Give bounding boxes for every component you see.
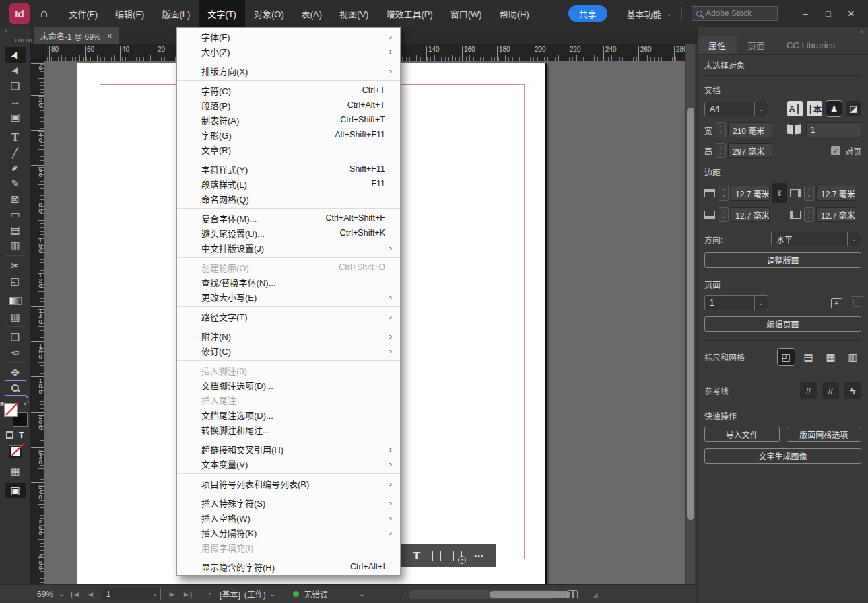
zoom-level-select[interactable]: 69% ⌄	[37, 590, 64, 599]
page-icon[interactable]	[432, 551, 441, 561]
direction-select[interactable]: 水平 ⌄	[771, 232, 861, 246]
margin-top-field[interactable]: 12.7 毫米	[731, 186, 770, 201]
width-field[interactable]: 210 毫米	[728, 122, 772, 137]
type-menu-item-33[interactable]: 转换脚注和尾注...	[177, 422, 400, 437]
margin-left-field[interactable]: 12.7 毫米	[816, 207, 855, 222]
type-menu-item-6[interactable]: 字符(C)Ctrl+T	[177, 83, 400, 98]
stock-search[interactable]	[692, 6, 778, 21]
line-tool[interactable]: ╱	[5, 145, 26, 160]
resize-grip[interactable]: ◢	[593, 591, 598, 598]
type-menu-item-13[interactable]: 段落样式(L)F11	[177, 176, 400, 191]
type-menu-item-27[interactable]: 修订(C)›	[177, 343, 400, 358]
type-menu-item-7[interactable]: 段落(P)Ctrl+Alt+T	[177, 98, 400, 112]
collapse-panel-icon[interactable]: »	[4, 28, 7, 34]
apply-none-swatch[interactable]	[9, 446, 22, 458]
close-tab-icon[interactable]: ✕	[107, 32, 112, 40]
vertical-scrollbar[interactable]	[685, 44, 695, 584]
split-view-icon[interactable]	[567, 590, 578, 598]
last-page-icon[interactable]: ▶❙	[184, 591, 193, 598]
note-tool[interactable]: ❑	[5, 329, 26, 345]
margin-right-stepper[interactable]: ⌃⌄	[804, 186, 814, 201]
layout-grid-options-button[interactable]: 版面网格选项	[787, 427, 862, 442]
menubar-item-1[interactable]: 文件(F)	[60, 0, 106, 27]
document-tab[interactable]: 未命名-1 @ 69% ✕	[34, 27, 119, 44]
current-page-select[interactable]: 1 ⌄	[704, 295, 768, 310]
edit-page-button[interactable]: 编辑页面	[704, 316, 861, 332]
layout-grid-icon[interactable]: ▥	[844, 349, 861, 365]
type-menu-item-42[interactable]: 插入分隔符(K)›	[177, 525, 400, 540]
type-menu-item-2[interactable]: 大小(Z)›	[177, 44, 400, 59]
type-menu-item-4[interactable]: 排版方向(X)›	[177, 63, 400, 78]
adjust-layout-button[interactable]: 调整版面	[704, 252, 861, 268]
text-to-image-button[interactable]: 文字生成图像	[704, 448, 861, 464]
swap-fill-stroke-icon[interactable]: ⇄	[24, 399, 29, 406]
vertical-ruler[interactable]: 020406080100120140160180200220240260280	[30, 61, 44, 584]
horizontal-scrollbar[interactable]: ‹ › ◢	[404, 590, 598, 599]
type-menu-item-41[interactable]: 插入空格(W)›	[177, 510, 400, 525]
vertical-scrollbar-thumb[interactable]	[687, 108, 694, 520]
preflight-profile[interactable]: [基本] (工作) ⌄	[220, 588, 275, 600]
binding-icon[interactable]: ⎪本	[807, 101, 822, 116]
menubar-item-6[interactable]: 表(A)	[293, 0, 331, 27]
show-guides-icon[interactable]: #	[800, 382, 817, 399]
frame-tool[interactable]: ⊠	[5, 191, 26, 207]
type-menu-item-45[interactable]: 显示隐含的字符(H)Ctrl+Alt+I	[177, 559, 400, 574]
facing-pages-checkbox[interactable]: ✓	[831, 146, 840, 155]
menubar-item-10[interactable]: 帮助(H)	[491, 0, 538, 27]
rectangle-tool[interactable]: ▭	[5, 207, 26, 222]
type-menu-item-12[interactable]: 字符样式(Y)Shift+F11	[177, 162, 400, 176]
first-page-icon[interactable]: ❙◀	[69, 591, 78, 598]
horizontal-scrollbar-thumb[interactable]	[490, 591, 570, 598]
menubar-item-5[interactable]: 对象(O)	[245, 0, 293, 27]
menubar-item-9[interactable]: 窗口(W)	[442, 0, 491, 27]
type-menu-item-38[interactable]: 项目符号列表和编号列表(B)›	[177, 476, 400, 491]
add-page-icon[interactable]	[453, 551, 462, 561]
search-input[interactable]	[706, 9, 766, 18]
type-menu-item-24[interactable]: 路径文字(T)›	[177, 309, 400, 324]
fill-swatch-none[interactable]	[4, 403, 18, 417]
minimize-button[interactable]: –	[794, 4, 817, 23]
type-menu-item-40[interactable]: 插入特殊字符(S)›	[177, 495, 400, 510]
horizontal-type-grid-tool[interactable]: ▤	[5, 222, 26, 238]
type-menu-item-1[interactable]: 字体(F)›	[177, 29, 400, 44]
portrait-orientation-icon[interactable]: ♟	[826, 101, 842, 116]
home-icon[interactable]: ⌂	[40, 6, 48, 21]
more-icon[interactable]: •••	[474, 552, 484, 560]
scissors-tool[interactable]: ✂	[5, 258, 26, 273]
vertical-type-grid-tool[interactable]: ▥	[5, 238, 26, 253]
type-menu-item-9[interactable]: 字形(G)Alt+Shift+F11	[177, 127, 400, 142]
height-stepper[interactable]: ⌃⌄	[716, 143, 726, 158]
menubar-item-3[interactable]: 版面(L)	[153, 0, 199, 27]
ruler-origin-corner[interactable]	[30, 44, 44, 61]
type-tool[interactable]: T	[5, 129, 26, 145]
type-tool-icon[interactable]: T	[413, 549, 420, 563]
page-format-icon[interactable]: A⎪	[787, 101, 803, 116]
type-menu-item-10[interactable]: 文章(R)	[177, 142, 400, 157]
type-menu-item-32[interactable]: 文档尾注选项(D)...	[177, 407, 400, 422]
tab-cc-libraries[interactable]: CC Libraries	[776, 36, 846, 54]
content-collector-tool[interactable]: ▣	[5, 109, 26, 125]
preflight-status[interactable]: 无错误 ⌄	[293, 588, 364, 600]
document-grid-icon[interactable]: ▦	[822, 349, 839, 365]
pencil-tool[interactable]: ✎	[5, 176, 26, 191]
next-page-icon[interactable]: ▶	[170, 591, 174, 598]
landscape-orientation-icon[interactable]: ◪	[846, 101, 861, 116]
type-menu-item-16[interactable]: 复合字体(M)...Ctrl+Alt+Shift+F	[177, 211, 400, 225]
pages-count-field[interactable]: 1	[806, 122, 861, 137]
baseline-grid-icon[interactable]: ▤	[800, 349, 817, 365]
panel-grip[interactable]	[15, 39, 34, 42]
preflight-icon[interactable]: ◔	[206, 589, 211, 599]
share-button[interactable]: 共享	[568, 5, 607, 22]
maximize-button[interactable]: □	[817, 4, 840, 23]
previous-page-icon[interactable]: ◀	[88, 591, 93, 598]
free-transform-tool[interactable]: ◱	[5, 273, 26, 289]
eyedropper-tool[interactable]: ✑	[5, 345, 26, 360]
lock-guides-icon[interactable]: #	[822, 382, 839, 399]
formatting-affects-text-icon[interactable]: T	[19, 430, 24, 440]
tab-pages[interactable]: 页面	[737, 36, 776, 54]
margin-bottom-stepper[interactable]: ⌃⌄	[719, 207, 729, 222]
type-menu-item-14[interactable]: 命名网格(Q)	[177, 191, 400, 206]
gradient-feather-tool[interactable]: ▨	[5, 309, 26, 324]
menubar-item-7[interactable]: 视图(V)	[331, 0, 377, 27]
type-menu-item-26[interactable]: 附注(N)›	[177, 328, 400, 343]
